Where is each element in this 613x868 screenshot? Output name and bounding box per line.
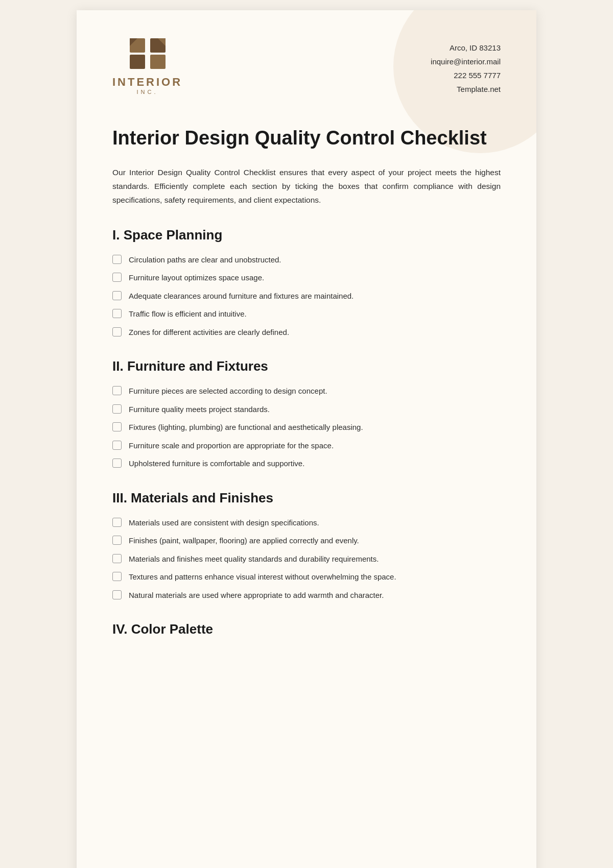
section-iv: IV. Color Palette — [112, 621, 501, 637]
list-item[interactable]: Natural materials are used where appropr… — [112, 590, 501, 601]
item-text: Furniture layout optimizes space usage. — [129, 272, 501, 284]
item-text: Textures and patterns enhance visual int… — [129, 571, 501, 583]
checkbox[interactable] — [112, 590, 122, 599]
checkbox[interactable] — [112, 291, 122, 300]
contact-website: Template.net — [431, 82, 501, 96]
list-item[interactable]: Furniture scale and proportion are appro… — [112, 440, 501, 452]
section-iii: III. Materials and FinishesMaterials use… — [112, 490, 501, 601]
list-item[interactable]: Fixtures (lighting, plumbing) are functi… — [112, 422, 501, 433]
item-text: Zones for different activities are clear… — [129, 327, 501, 339]
list-item[interactable]: Textures and patterns enhance visual int… — [112, 571, 501, 583]
item-text: Materials used are consistent with desig… — [129, 517, 501, 529]
item-text: Materials and finishes meet quality stan… — [129, 553, 501, 565]
list-item[interactable]: Upholstered furniture is comfortable and… — [112, 458, 501, 470]
section-i: I. Space PlanningCirculation paths are c… — [112, 227, 501, 339]
item-text: Furniture scale and proportion are appro… — [129, 440, 501, 452]
list-item[interactable]: Circulation paths are clear and unobstru… — [112, 254, 501, 266]
checkbox[interactable] — [112, 441, 122, 450]
contact-email: inquire@interior.mail — [431, 55, 501, 68]
checkbox[interactable] — [112, 536, 122, 545]
checkbox[interactable] — [112, 518, 122, 527]
item-text: Adequate clearances around furniture and… — [129, 291, 501, 302]
checkbox[interactable] — [112, 422, 122, 431]
contact-info: Arco, ID 83213 inquire@interior.mail 222… — [431, 36, 501, 96]
checkbox[interactable] — [112, 273, 122, 282]
list-item[interactable]: Materials and finishes meet quality stan… — [112, 553, 501, 565]
checkbox[interactable] — [112, 255, 122, 264]
page: INTERIOR INC. Arco, ID 83213 inquire@int… — [77, 10, 536, 868]
svg-rect-2 — [130, 55, 145, 69]
header: INTERIOR INC. Arco, ID 83213 inquire@int… — [77, 10, 536, 116]
item-text: Furniture pieces are selected according … — [129, 385, 501, 397]
checklist-items-iii: Materials used are consistent with desig… — [112, 517, 501, 601]
contact-phone: 222 555 7777 — [431, 68, 501, 82]
checkbox[interactable] — [112, 459, 122, 468]
item-text: Upholstered furniture is comfortable and… — [129, 458, 501, 470]
item-text: Fixtures (lighting, plumbing) are functi… — [129, 422, 501, 433]
checkbox[interactable] — [112, 327, 122, 336]
page-title: Interior Design Quality Control Checklis… — [112, 127, 501, 150]
svg-rect-3 — [150, 55, 166, 69]
checkbox[interactable] — [112, 554, 122, 563]
list-item[interactable]: Zones for different activities are clear… — [112, 327, 501, 339]
item-text: Furniture quality meets project standard… — [129, 404, 501, 416]
list-item[interactable]: Materials used are consistent with desig… — [112, 517, 501, 529]
checkbox[interactable] — [112, 386, 122, 395]
checkbox[interactable] — [112, 572, 122, 581]
contact-address: Arco, ID 83213 — [431, 41, 501, 55]
checkbox[interactable] — [112, 404, 122, 414]
list-item[interactable]: Traffic flow is efficient and intuitive. — [112, 308, 501, 320]
logo-text: INTERIOR — [112, 76, 182, 89]
list-item[interactable]: Furniture pieces are selected according … — [112, 385, 501, 397]
item-text: Traffic flow is efficient and intuitive. — [129, 308, 501, 320]
intro-paragraph: Our Interior Design Quality Control Chec… — [112, 165, 501, 207]
logo-icon — [127, 36, 168, 71]
section-title-i: I. Space Planning — [112, 227, 501, 243]
item-text: Circulation paths are clear and unobstru… — [129, 254, 501, 266]
section-title-ii: II. Furniture and Fixtures — [112, 358, 501, 374]
checklist-items-i: Circulation paths are clear and unobstru… — [112, 254, 501, 339]
item-text: Natural materials are used where appropr… — [129, 590, 501, 601]
logo-sub: INC. — [137, 89, 158, 95]
section-ii: II. Furniture and FixturesFurniture piec… — [112, 358, 501, 470]
list-item[interactable]: Furniture layout optimizes space usage. — [112, 272, 501, 284]
checklist-items-ii: Furniture pieces are selected according … — [112, 385, 501, 470]
list-item[interactable]: Adequate clearances around furniture and… — [112, 291, 501, 302]
list-item[interactable]: Furniture quality meets project standard… — [112, 404, 501, 416]
list-item[interactable]: Finishes (paint, wallpaper, flooring) ar… — [112, 535, 501, 547]
section-title-iii: III. Materials and Finishes — [112, 490, 501, 506]
main-content: Interior Design Quality Control Checklis… — [77, 116, 536, 693]
item-text: Finishes (paint, wallpaper, flooring) ar… — [129, 535, 501, 547]
logo-area: INTERIOR INC. — [112, 36, 182, 95]
sections-container: I. Space PlanningCirculation paths are c… — [112, 227, 501, 638]
checkbox[interactable] — [112, 309, 122, 318]
section-title-iv: IV. Color Palette — [112, 621, 501, 637]
